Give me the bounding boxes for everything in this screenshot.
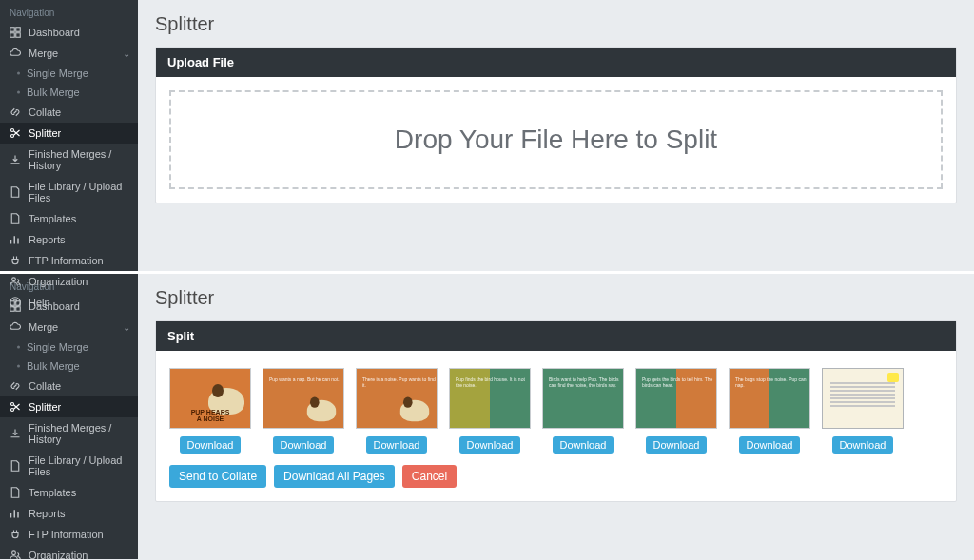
actions-row: Send to Collate Download All Pages Cance… <box>169 465 943 488</box>
download-button[interactable]: Download <box>366 436 428 454</box>
nav-section-label: Navigation <box>0 2 138 22</box>
download-button[interactable]: Download <box>553 436 614 454</box>
card-header: Upload File <box>156 48 956 77</box>
download-icon <box>10 428 21 439</box>
page-thumbnail[interactable] <box>822 368 904 429</box>
sidebar-item-label: Dashboard <box>29 27 80 38</box>
cloud-icon <box>10 48 21 59</box>
sidebar-item-dashboard[interactable]: Dashboard <box>0 296 138 317</box>
chevron-down-icon: ⌄ <box>123 322 130 333</box>
file-icon <box>10 213 21 224</box>
cloud-icon <box>10 321 21 333</box>
page-thumbnail[interactable]: Pup wants a nap. But he can not. <box>263 368 344 429</box>
page-thumb-6: Pup gets the birds to tell him. The bird… <box>635 368 717 454</box>
sidebar-item-label: Reports <box>29 234 66 245</box>
page-thumbnail[interactable]: Pup gets the birds to tell him. The bird… <box>635 368 717 429</box>
chevron-down-icon: ⌄ <box>123 48 130 59</box>
page-thumbnail[interactable]: Birds want to help Pup. The birds can fi… <box>542 368 624 429</box>
page-thumb-7: The bugs stop the noise. Pup can nap. Do… <box>729 368 810 454</box>
page-thumb-2: Pup wants a nap. But he can not. Downloa… <box>263 368 344 454</box>
page-thumb-8: Download <box>822 368 904 454</box>
sidebar-item-label: File Library / Upload Files <box>29 181 128 203</box>
scissors-icon <box>10 401 21 413</box>
sidebar-item-history[interactable]: Finished Merges / History <box>0 144 138 176</box>
sidebar-item-label: Reports <box>29 508 66 519</box>
download-icon <box>10 154 21 165</box>
sidebar-item-collate[interactable]: Collate <box>0 102 138 123</box>
sidebar-item-label: Collate <box>29 106 61 118</box>
file-icon <box>10 487 21 498</box>
sidebar-item-label: Finished Merges / History <box>29 422 128 445</box>
sidebar-subitem-single-merge[interactable]: Single Merge <box>0 338 138 357</box>
sidebar-item-label: Templates <box>29 487 76 498</box>
sidebar-item-label: File Library / Upload Files <box>29 454 128 477</box>
file-icon <box>10 460 21 472</box>
sidebar-item-dashboard[interactable]: Dashboard <box>0 22 138 43</box>
download-button[interactable]: Download <box>832 436 894 454</box>
grid-icon <box>10 300 21 312</box>
sidebar-item-organization[interactable]: Organization <box>0 271 138 292</box>
download-button[interactable]: Download <box>273 436 335 454</box>
link-icon <box>10 106 21 118</box>
sidebar-subitem-bulk-merge[interactable]: Bulk Merge <box>0 83 138 102</box>
sidebar-item-ftp[interactable]: FTP Information <box>0 524 138 545</box>
sidebar-item-label: Splitter <box>29 127 61 139</box>
page-thumb-4: Pup finds the bird house. It is not the … <box>449 368 531 454</box>
main-content: Splitter Upload File Drop Your File Here… <box>138 0 974 271</box>
sidebar-item-label: Dashboard <box>29 300 80 312</box>
sidebar-item-label: Organization <box>29 550 88 559</box>
sidebar-item-templates[interactable]: Templates <box>0 208 138 229</box>
sidebar-subitem-single-merge[interactable]: Single Merge <box>0 64 138 83</box>
plug-icon <box>10 255 21 266</box>
users-icon <box>10 276 21 287</box>
page-title: Splitter <box>155 13 957 35</box>
sidebar-item-label: Collate <box>29 380 61 392</box>
download-all-button[interactable]: Download All Pages <box>274 465 395 488</box>
page-thumbnail[interactable]: PUP HEARS A NOISE <box>169 368 251 429</box>
sidebar-item-collate[interactable]: Collate <box>0 376 138 396</box>
download-button[interactable]: Download <box>459 436 521 454</box>
sidebar-item-organization[interactable]: Organization <box>0 545 138 559</box>
cancel-button[interactable]: Cancel <box>402 465 457 488</box>
send-to-collate-button[interactable]: Send to Collate <box>169 465 266 488</box>
sidebar-item-merge[interactable]: Merge ⌄ <box>0 317 138 338</box>
sidebar: Navigation Dashboard Merge ⌄ Single Merg… <box>0 0 138 271</box>
download-button[interactable]: Download <box>646 436 708 454</box>
sidebar-item-ftp[interactable]: FTP Information <box>0 250 138 271</box>
sidebar-item-splitter[interactable]: Splitter <box>0 123 138 144</box>
sidebar-item-label: Merge <box>29 48 58 59</box>
sidebar-item-library[interactable]: File Library / Upload Files <box>0 450 138 482</box>
sidebar-item-library[interactable]: File Library / Upload Files <box>0 176 138 208</box>
scissors-icon <box>10 127 21 139</box>
bar-icon <box>10 508 21 519</box>
page-thumbnails-row: PUP HEARS A NOISE Download Pup wants a n… <box>169 364 943 465</box>
upload-card: Upload File Drop Your File Here to Split <box>155 47 957 203</box>
download-button[interactable]: Download <box>180 436 242 454</box>
sidebar: Navigation Dashboard Merge ⌄ Single Merg… <box>0 274 138 559</box>
sidebar-item-label: Merge <box>29 321 58 333</box>
sidebar-item-splitter[interactable]: Splitter <box>0 396 138 417</box>
sidebar-item-history[interactable]: Finished Merges / History <box>0 417 138 450</box>
split-card: Split PUP HEARS A NOISE Download <box>155 320 957 502</box>
sidebar-item-label: FTP Information <box>29 255 104 266</box>
sidebar-item-templates[interactable]: Templates <box>0 482 138 503</box>
plug-icon <box>10 529 21 540</box>
users-icon <box>10 550 21 559</box>
page-thumb-5: Birds want to help Pup. The birds can fi… <box>542 368 624 454</box>
file-dropzone[interactable]: Drop Your File Here to Split <box>169 90 943 189</box>
page-thumb-1: PUP HEARS A NOISE Download <box>169 368 251 454</box>
page-thumbnail[interactable]: There is a noise. Pup wants to find it. <box>356 368 438 429</box>
grid-icon <box>10 27 21 38</box>
page-title: Splitter <box>155 287 957 309</box>
sidebar-subitem-bulk-merge[interactable]: Bulk Merge <box>0 357 138 376</box>
sidebar-item-reports[interactable]: Reports <box>0 503 138 524</box>
sidebar-item-label: Splitter <box>29 401 61 413</box>
page-thumb-3: There is a noise. Pup wants to find it. … <box>356 368 438 454</box>
sidebar-item-merge[interactable]: Merge ⌄ <box>0 43 138 64</box>
sidebar-item-reports[interactable]: Reports <box>0 229 138 250</box>
page-thumbnail[interactable]: The bugs stop the noise. Pup can nap. <box>729 368 810 429</box>
sidebar-item-label: Organization <box>29 276 88 287</box>
sidebar-item-label: FTP Information <box>29 529 104 540</box>
page-thumbnail[interactable]: Pup finds the bird house. It is not the … <box>449 368 531 429</box>
download-button[interactable]: Download <box>739 436 801 454</box>
